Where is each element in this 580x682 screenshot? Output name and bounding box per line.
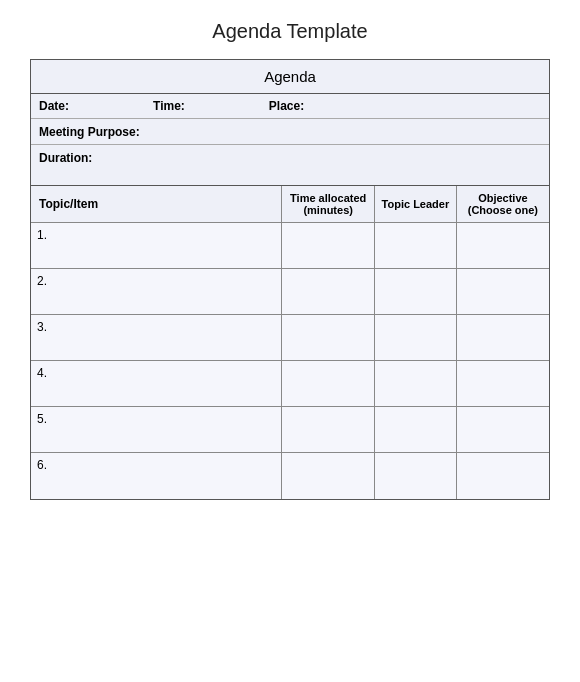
time-cell-2	[282, 269, 375, 315]
info-row: Date: Time: Place:	[31, 94, 549, 119]
time-cell-1	[282, 223, 375, 269]
time-cell-4	[282, 361, 375, 407]
col-topic-leader: Topic Leader	[375, 186, 457, 223]
leader-cell-1	[375, 223, 457, 269]
time-cell-3	[282, 315, 375, 361]
topic-item-cell: 6.	[31, 453, 282, 499]
topic-item-cell: 1.	[31, 223, 282, 269]
topic-item-cell: 5.	[31, 407, 282, 453]
time-cell: Time:	[153, 99, 249, 113]
col-topic-item: Topic/Item	[31, 186, 282, 223]
leader-cell-4	[375, 361, 457, 407]
time-cell-6	[282, 453, 375, 499]
time-label: Time:	[153, 99, 185, 113]
date-label: Date:	[39, 99, 69, 113]
leader-cell-3	[375, 315, 457, 361]
col-objective: Objective (Choose one)	[456, 186, 549, 223]
date-value	[73, 99, 133, 113]
topic-item-cell: 4.	[31, 361, 282, 407]
agenda-template: Agenda Date: Time: Place: Meeting Purpos…	[30, 59, 550, 500]
duration-label: Duration:	[39, 151, 92, 165]
topic-item-cell: 2.	[31, 269, 282, 315]
agenda-items-table: Topic/Item Time allocated (minutes) Topi…	[31, 186, 549, 499]
place-cell: Place:	[269, 99, 368, 113]
objective-cell-2	[456, 269, 549, 315]
date-cell: Date:	[39, 99, 133, 113]
table-row: 3.	[31, 315, 549, 361]
place-value	[308, 99, 368, 113]
agenda-header: Agenda	[31, 60, 549, 94]
objective-cell-1	[456, 223, 549, 269]
objective-cell-5	[456, 407, 549, 453]
table-body: 1.2.3.4.5.6.	[31, 223, 549, 499]
objective-cell-6	[456, 453, 549, 499]
table-row: 6.	[31, 453, 549, 499]
table-row: 2.	[31, 269, 549, 315]
page-title: Agenda Template	[212, 20, 367, 43]
table-header-row: Topic/Item Time allocated (minutes) Topi…	[31, 186, 549, 223]
purpose-row: Meeting Purpose:	[31, 119, 549, 145]
purpose-label: Meeting Purpose:	[39, 125, 140, 139]
table-row: 4.	[31, 361, 549, 407]
time-value	[189, 99, 249, 113]
topic-item-cell: 3.	[31, 315, 282, 361]
table-row: 1.	[31, 223, 549, 269]
place-label: Place:	[269, 99, 304, 113]
leader-cell-5	[375, 407, 457, 453]
objective-cell-4	[456, 361, 549, 407]
duration-row: Duration:	[31, 145, 549, 186]
table-row: 5.	[31, 407, 549, 453]
objective-cell-3	[456, 315, 549, 361]
time-cell-5	[282, 407, 375, 453]
leader-cell-6	[375, 453, 457, 499]
col-time-allocated: Time allocated (minutes)	[282, 186, 375, 223]
leader-cell-2	[375, 269, 457, 315]
